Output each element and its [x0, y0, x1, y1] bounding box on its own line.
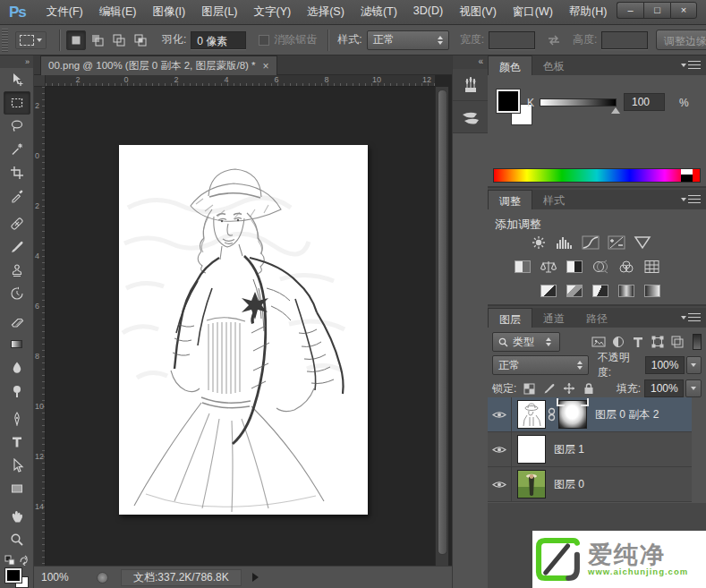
antialias-checkbox[interactable]: [259, 35, 269, 46]
fill-value[interactable]: 100%: [644, 379, 684, 397]
threshold-icon[interactable]: [591, 283, 610, 299]
dock-collapse-button[interactable]: «: [453, 55, 488, 69]
status-options-arrow-icon[interactable]: [252, 573, 259, 582]
visibility-toggle[interactable]: [488, 397, 512, 432]
eraser-tool[interactable]: [4, 310, 30, 333]
layer-mask-thumbnail[interactable]: [558, 400, 587, 429]
layer-name[interactable]: 图层 1: [554, 442, 584, 457]
curves-icon[interactable]: [581, 234, 600, 251]
zoom-level-field[interactable]: 100%: [41, 571, 88, 584]
panel-menu-icon[interactable]: [688, 313, 701, 321]
default-colors-icon[interactable]: [4, 555, 15, 566]
layer-thumbnail[interactable]: [517, 470, 546, 499]
tab-layers[interactable]: 图层: [488, 308, 532, 328]
type-tool[interactable]: [4, 430, 30, 454]
tab-color[interactable]: 颜色: [488, 55, 532, 75]
dodge-tool[interactable]: [4, 379, 30, 403]
menu-layer[interactable]: 图层(L): [193, 0, 245, 25]
brush-tool[interactable]: [4, 235, 30, 259]
menu-help[interactable]: 帮助(H): [561, 0, 615, 25]
options-grip[interactable]: [2, 29, 8, 52]
rectangle-tool[interactable]: [4, 477, 30, 500]
maximize-button[interactable]: □: [643, 2, 670, 19]
feather-input[interactable]: 0 像素: [191, 31, 246, 49]
crop-tool[interactable]: [4, 161, 30, 184]
tab-channels[interactable]: 通道: [532, 308, 575, 328]
hand-tool[interactable]: [4, 505, 30, 528]
menu-3d[interactable]: 3D(D): [405, 0, 451, 25]
vibrance-icon[interactable]: [633, 234, 652, 251]
layer-thumbnail[interactable]: [517, 400, 546, 429]
brightness-contrast-icon[interactable]: [529, 234, 549, 251]
height-input[interactable]: [601, 31, 648, 49]
layer-row-1[interactable]: 图层 1: [488, 432, 692, 467]
panel-menu-icon[interactable]: [688, 61, 701, 69]
opacity-value[interactable]: 100%: [645, 356, 685, 374]
layer-row-0[interactable]: 图层 0: [488, 467, 692, 502]
lock-paint-icon[interactable]: [541, 381, 557, 396]
layer-row-copy2[interactable]: 图层 0 副本 2: [488, 397, 692, 432]
mask-link-icon[interactable]: [548, 407, 556, 422]
lock-transparency-icon[interactable]: [522, 381, 537, 396]
layer-name[interactable]: 图层 0: [554, 477, 584, 492]
tool-preset-button[interactable]: [15, 31, 47, 49]
swap-dimensions-icon[interactable]: [546, 34, 562, 47]
menu-image[interactable]: 图像(I): [144, 0, 193, 25]
selective-color-icon[interactable]: [642, 283, 662, 299]
layer-thumbnail[interactable]: [517, 435, 546, 464]
exposure-icon[interactable]: [607, 234, 626, 251]
tab-adjustments[interactable]: 调整: [488, 190, 532, 209]
history-brush-tool[interactable]: [4, 282, 30, 305]
tab-paths[interactable]: 路径: [575, 308, 618, 328]
brand-url[interactable]: www.aichunjing.com: [588, 567, 688, 576]
canvas-viewport[interactable]: [46, 87, 435, 566]
menu-edit[interactable]: 编辑(E): [91, 0, 145, 25]
zoom-tool[interactable]: [4, 528, 30, 551]
toolbar-collapse-button[interactable]: »: [0, 55, 33, 68]
opacity-dropdown-button[interactable]: [686, 356, 702, 374]
pen-tool[interactable]: [4, 407, 30, 430]
panel-menu-icon[interactable]: [688, 195, 701, 203]
menu-select[interactable]: 选择(S): [299, 0, 353, 25]
lock-all-icon[interactable]: [581, 381, 596, 396]
blend-mode-select[interactable]: 正常: [492, 355, 589, 375]
filter-pixel-layers-icon[interactable]: [589, 333, 608, 351]
brush-presets-panel-button[interactable]: [453, 69, 489, 101]
gradient-map-icon[interactable]: [617, 283, 636, 299]
selection-add-button[interactable]: [88, 30, 107, 50]
lock-position-icon[interactable]: [561, 381, 576, 396]
selection-subtract-button[interactable]: [109, 30, 129, 50]
menu-window[interactable]: 窗口(W): [505, 0, 561, 25]
gradient-tool[interactable]: [4, 333, 30, 356]
lasso-tool[interactable]: [4, 115, 30, 138]
filter-type-layers-icon[interactable]: [628, 333, 648, 351]
clone-source-panel-button[interactable]: [453, 101, 489, 133]
menu-filter[interactable]: 滤镜(T): [353, 0, 405, 25]
layer-filter-type-select[interactable]: 类型: [492, 332, 560, 352]
k-slider[interactable]: [540, 98, 617, 107]
k-slider-thumb[interactable]: [611, 107, 620, 114]
rectangular-marquee-tool[interactable]: [4, 91, 30, 115]
swap-colors-icon[interactable]: [19, 555, 30, 566]
path-selection-tool[interactable]: [4, 454, 30, 477]
photo-filter-icon[interactable]: [591, 259, 610, 275]
blur-tool[interactable]: [4, 356, 30, 379]
vertical-scrollbar-thumb[interactable]: [438, 89, 447, 555]
selection-new-button[interactable]: [66, 30, 86, 50]
invert-icon[interactable]: [539, 283, 558, 299]
black-white-icon[interactable]: [565, 259, 584, 275]
visibility-toggle[interactable]: [488, 467, 512, 502]
color-lookup-icon[interactable]: [642, 259, 662, 275]
levels-icon[interactable]: [555, 234, 574, 251]
hue-saturation-icon[interactable]: [513, 259, 532, 275]
vertical-scrollbar[interactable]: [435, 87, 448, 566]
menu-type[interactable]: 文字(Y): [246, 0, 300, 25]
magic-wand-tool[interactable]: [4, 138, 30, 161]
foreground-background-swatch[interactable]: [5, 568, 29, 588]
minimize-button[interactable]: –: [617, 2, 643, 19]
menu-view[interactable]: 视图(V): [451, 0, 505, 25]
channel-mixer-icon[interactable]: [617, 259, 636, 275]
filter-shape-layers-icon[interactable]: [648, 333, 668, 351]
refine-edge-button[interactable]: 调整边缘: [656, 30, 706, 50]
move-tool[interactable]: [4, 68, 30, 91]
